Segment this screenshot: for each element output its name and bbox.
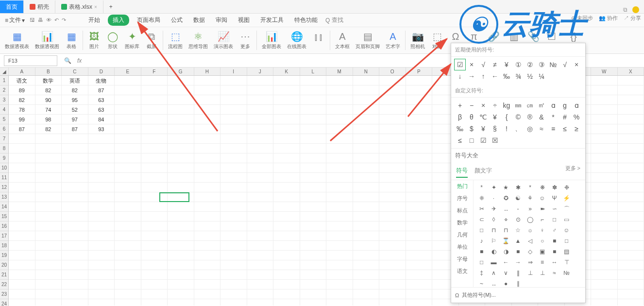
cell[interactable] xyxy=(618,124,644,134)
cell[interactable] xyxy=(379,192,406,202)
cell[interactable] xyxy=(62,270,88,280)
cell[interactable] xyxy=(300,95,327,105)
custom-symbol[interactable]: ¥ xyxy=(489,111,501,123)
cell[interactable] xyxy=(9,202,35,212)
grid-symbol[interactable]: □ xyxy=(475,225,488,236)
cell[interactable] xyxy=(273,251,300,260)
cell[interactable] xyxy=(406,289,433,299)
btn-demo-chart[interactable]: 📈演示图表 xyxy=(212,30,235,51)
custom-symbol[interactable]: ☑ xyxy=(477,135,489,146)
cell[interactable] xyxy=(194,105,221,115)
cell[interactable] xyxy=(247,134,274,144)
grid-symbol[interactable]: ∥ xyxy=(512,278,524,287)
recent-symbol[interactable]: ↓ xyxy=(454,70,466,82)
grid-symbol[interactable]: ☺ xyxy=(536,193,548,204)
recent-symbol[interactable]: √ xyxy=(477,59,489,70)
cell[interactable] xyxy=(273,183,300,192)
cell[interactable] xyxy=(273,85,300,95)
cell[interactable]: 生物 xyxy=(88,76,115,85)
cell[interactable] xyxy=(300,134,327,144)
cell[interactable] xyxy=(194,144,221,153)
btn-header-footer[interactable]: ▤页眉和页脚 xyxy=(354,30,382,51)
cell[interactable] xyxy=(273,153,300,163)
cell[interactable]: 89 xyxy=(9,85,35,95)
btn-flowchart[interactable]: ⬚流程图 xyxy=(166,30,185,51)
cell[interactable] xyxy=(115,115,141,124)
cell[interactable] xyxy=(379,289,406,299)
custom-symbol[interactable]: ! xyxy=(501,123,512,135)
grid-symbol[interactable]: ← xyxy=(500,257,512,268)
cell[interactable] xyxy=(247,202,274,212)
cell[interactable] xyxy=(141,173,168,183)
cell[interactable] xyxy=(220,221,247,231)
cell[interactable] xyxy=(115,183,141,192)
custom-symbol[interactable]: © xyxy=(512,111,524,123)
custom-symbol[interactable]: & xyxy=(536,111,547,123)
cell[interactable] xyxy=(35,202,62,212)
cell[interactable] xyxy=(247,144,274,153)
cell[interactable] xyxy=(406,105,433,115)
cell[interactable] xyxy=(591,221,618,231)
cell[interactable] xyxy=(88,212,115,221)
cell[interactable] xyxy=(326,212,353,221)
search-fx-icon[interactable]: 🔍 xyxy=(64,57,71,64)
cell[interactable] xyxy=(220,183,247,192)
menutab-start[interactable]: 开始 xyxy=(85,15,103,26)
grid-symbol[interactable]: ‖ xyxy=(512,268,524,278)
cell[interactable] xyxy=(326,221,353,231)
sync-status[interactable]: ⊘ 未同步 xyxy=(571,15,593,22)
cell[interactable] xyxy=(326,134,353,144)
cell[interactable] xyxy=(62,280,88,289)
grid-symbol[interactable]: ⊓ xyxy=(488,225,500,236)
cell[interactable] xyxy=(300,270,327,280)
cell[interactable] xyxy=(194,280,221,289)
cell[interactable] xyxy=(141,115,168,124)
custom-symbol[interactable]: θ xyxy=(466,111,477,123)
cell[interactable] xyxy=(168,251,194,260)
cell[interactable] xyxy=(326,270,353,280)
cell[interactable] xyxy=(62,163,88,173)
cell[interactable] xyxy=(141,95,168,105)
cell[interactable] xyxy=(379,124,406,134)
col-header[interactable]: W xyxy=(591,68,618,75)
cell[interactable] xyxy=(115,124,141,134)
btn-shape[interactable]: ◯形状 xyxy=(104,30,121,51)
cell[interactable] xyxy=(591,163,618,173)
cell[interactable] xyxy=(326,241,353,251)
cell[interactable] xyxy=(591,85,618,95)
grid-symbol[interactable]: ▬ xyxy=(488,257,500,268)
cell[interactable] xyxy=(35,173,62,183)
recent-symbol[interactable]: ② xyxy=(524,59,536,70)
symbol-category[interactable]: 语文 xyxy=(451,265,473,277)
cell[interactable] xyxy=(35,144,62,153)
qa-redo-icon[interactable]: ↷ xyxy=(62,17,66,23)
cell[interactable] xyxy=(326,183,353,192)
cell[interactable] xyxy=(273,134,300,144)
cell[interactable] xyxy=(141,76,168,85)
cell[interactable] xyxy=(168,105,194,115)
grid-symbol[interactable]: → xyxy=(512,257,524,268)
cell[interactable] xyxy=(35,280,62,289)
cell[interactable] xyxy=(353,85,380,95)
cell[interactable] xyxy=(379,134,406,144)
cell[interactable] xyxy=(406,251,433,260)
cell[interactable] xyxy=(247,115,274,124)
menutab-review[interactable]: 审阅 xyxy=(213,15,230,26)
fx-icon[interactable]: fx xyxy=(77,57,82,64)
menutab-formula[interactable]: 公式 xyxy=(168,15,186,26)
custom-symbol[interactable]: § xyxy=(489,123,501,135)
cell[interactable] xyxy=(618,299,644,306)
row-header[interactable]: 21 xyxy=(0,270,8,280)
grid-symbol[interactable]: ▤ xyxy=(560,246,573,257)
custom-symbol[interactable]: ㎡ xyxy=(536,100,547,111)
col-header[interactable]: O xyxy=(379,68,406,75)
recent-symbol[interactable]: ① xyxy=(512,59,524,70)
cell[interactable] xyxy=(353,134,380,144)
btn-wordart[interactable]: A艺术字 xyxy=(384,30,402,51)
cell[interactable] xyxy=(618,183,644,192)
cell[interactable] xyxy=(326,85,353,95)
cell[interactable] xyxy=(353,221,380,231)
cell[interactable] xyxy=(141,105,168,115)
grid-symbol[interactable]: ∨ xyxy=(500,268,512,278)
custom-symbol[interactable]: ¥ xyxy=(477,123,489,135)
